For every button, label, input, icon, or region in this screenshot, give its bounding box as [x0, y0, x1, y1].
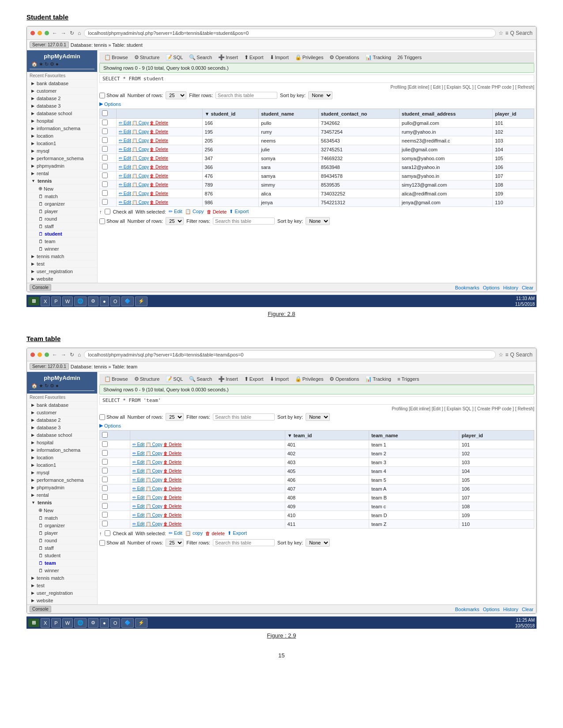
filter-input-bottom-student[interactable]: [213, 218, 275, 225]
settings-icon[interactable]: ⚙: [50, 61, 54, 67]
delete-link[interactable]: 🗑 Delete: [150, 129, 168, 134]
team-copy-link[interactable]: 📋 Copy: [146, 495, 162, 500]
toolbar-triggers[interactable]: 26 Triggers: [395, 54, 424, 61]
toolbar-structure[interactable]: ⚙Structure: [132, 53, 162, 61]
team-sidebar-winner[interactable]: 🗒winner: [27, 567, 97, 574]
sidebar-item-database3[interactable]: ▶database 3: [27, 102, 97, 110]
team-copy-link[interactable]: 📋 Copy: [146, 469, 162, 473]
sidebar-item-player[interactable]: 🗒player: [27, 208, 97, 215]
col-student-contact[interactable]: student_contact_no: [318, 109, 399, 119]
toolbar-tracking-team[interactable]: 📊Tracking: [363, 375, 393, 383]
team-col-team-id[interactable]: ▼ team_id: [285, 431, 369, 440]
taskbar-app5[interactable]: ⚡: [135, 296, 147, 306]
edit-link[interactable]: ✏ Edit: [119, 129, 131, 134]
taskbar-excel[interactable]: X: [41, 296, 50, 306]
row-checkbox[interactable]: [102, 199, 108, 205]
edit-link[interactable]: ✏ Edit: [119, 120, 131, 125]
sidebar-item-customer[interactable]: ▶customer: [27, 87, 97, 95]
toolbar-import-team[interactable]: ⬇Import: [268, 375, 291, 383]
taskbar-app2[interactable]: ●: [100, 296, 109, 306]
team-delete-link[interactable]: 🗑 Delete: [163, 469, 182, 473]
edit-link[interactable]: ✏ Edit: [119, 138, 131, 143]
team-edit-link[interactable]: ✏ Edit: [132, 469, 145, 473]
check-all-checkbox-bottom[interactable]: [105, 209, 110, 214]
edit-link[interactable]: ✏ Edit: [119, 147, 131, 152]
team-sidebar-hospital[interactable]: ▶hospital: [27, 439, 97, 447]
team-sidebar-tennis[interactable]: ▼tennis: [27, 499, 97, 507]
footer-options[interactable]: Options: [483, 285, 500, 290]
footer-options-team[interactable]: Options: [483, 607, 500, 612]
copy-link[interactable]: 📋 Copy: [132, 156, 149, 161]
toolbar-search-team[interactable]: 🔍Search: [187, 375, 214, 383]
team-sidebar-database2[interactable]: ▶database 2: [27, 417, 97, 424]
team-sidebar-rental[interactable]: ▶rental: [27, 492, 97, 499]
toolbar-triggers-team[interactable]: ≡ Triggers: [395, 375, 421, 383]
row-checkbox[interactable]: [102, 173, 108, 178]
taskbar-app1[interactable]: ⚙: [88, 296, 98, 306]
team-row-checkbox[interactable]: [102, 450, 108, 456]
sidebar-item-information-schema[interactable]: ▶information_schema: [27, 125, 97, 132]
copy-link[interactable]: 📋 Copy: [132, 147, 149, 152]
check-all-team-bottom[interactable]: [105, 530, 110, 536]
bottom-edit-btn[interactable]: ✏ Edit: [169, 209, 182, 214]
browser-url-bar-team[interactable]: localhost/phpmyadmin/sql.php?server=1&db…: [84, 350, 496, 359]
team-row-checkbox[interactable]: [102, 459, 108, 465]
delete-link[interactable]: 🗑 Delete: [150, 182, 168, 187]
browser-close-btn[interactable]: [30, 31, 35, 35]
taskbar-app1-team[interactable]: ⚙: [88, 618, 98, 628]
team-sidebar-round[interactable]: 🗒round: [27, 537, 97, 544]
sidebar-item-organizer[interactable]: 🗒organizer: [27, 200, 97, 208]
team-copy-link[interactable]: 📋 Copy: [146, 513, 162, 518]
team-sidebar-tennis-match[interactable]: ▶tennis match: [27, 574, 97, 582]
browser-close-btn-team[interactable]: [30, 353, 35, 357]
sidebar-item-match[interactable]: 🗒match: [27, 193, 97, 200]
toolbar-sql-team[interactable]: 📝SQL: [163, 375, 185, 383]
team-delete-link[interactable]: 🗑 Delete: [163, 504, 182, 509]
browser-back-btn[interactable]: ←: [52, 30, 57, 36]
browser-back-btn-team[interactable]: ←: [52, 352, 57, 358]
taskbar-excel-team[interactable]: X: [41, 618, 50, 628]
team-copy-link[interactable]: 📋 Copy: [146, 477, 162, 482]
copy-link[interactable]: 📋 Copy: [132, 138, 149, 143]
edit-link[interactable]: ✏ Edit: [119, 200, 131, 205]
browser-home-btn-team[interactable]: ⌂: [78, 352, 81, 358]
row-checkbox[interactable]: [102, 164, 108, 169]
team-copy-link[interactable]: 📋 Copy: [146, 486, 162, 491]
team-edit-link[interactable]: ✏ Edit: [132, 451, 145, 456]
copy-link[interactable]: 📋 Copy: [132, 191, 149, 196]
home-icon-team[interactable]: 🏠: [31, 383, 38, 389]
sidebar-item-staff[interactable]: 🗒staff: [27, 223, 97, 230]
sidebar-item-winner[interactable]: 🗒winner: [27, 245, 97, 253]
row-checkbox[interactable]: [102, 155, 108, 161]
toolbar-privileges-team[interactable]: 🔒Privileges: [293, 375, 326, 383]
sidebar-item-mysql[interactable]: ▶mysql: [27, 147, 97, 155]
toolbar-insert-team[interactable]: ➕Insert: [216, 375, 240, 383]
toolbar-tracking[interactable]: 📊Tracking: [363, 53, 393, 61]
col-student-id[interactable]: ▼ student_id: [202, 109, 259, 119]
filter-input-student[interactable]: [215, 92, 277, 99]
bottom-delete-btn[interactable]: 🗑 Delete: [207, 209, 227, 214]
team-row-checkbox[interactable]: [102, 521, 108, 526]
toolbar-operations[interactable]: ⚙Operations: [327, 53, 361, 61]
menu-icon-team[interactable]: ≡: [505, 352, 508, 358]
bottom-delete-team-btn[interactable]: 🗑 delete: [205, 531, 225, 536]
copy-link[interactable]: 📋 Copy: [132, 120, 149, 125]
col-player-id[interactable]: player_id: [492, 109, 534, 119]
col-student-email[interactable]: student_email_address: [399, 109, 492, 119]
team-edit-link[interactable]: ✏ Edit: [132, 460, 145, 465]
edit-link[interactable]: ✏ Edit: [119, 173, 131, 178]
col-student-name[interactable]: student_name: [259, 109, 319, 119]
row-checkbox[interactable]: [102, 128, 108, 134]
taskbar-app4-team[interactable]: 🔷: [121, 618, 134, 628]
footer-clear-team[interactable]: Clear: [522, 607, 533, 612]
toolbar-browse[interactable]: 📋Browse: [102, 53, 130, 61]
team-sidebar-player[interactable]: 🗒player: [27, 529, 97, 537]
team-sidebar-performance-schema[interactable]: ▶performance_schema: [27, 477, 97, 484]
sidebar-item-phpmyadmin[interactable]: ▶phpmyadmin: [27, 162, 97, 170]
footer-bookmarks-team[interactable]: Bookmarks: [455, 607, 480, 612]
sidebar-item-website[interactable]: ▶website: [27, 275, 97, 283]
taskbar-browser[interactable]: 🌐: [74, 296, 87, 306]
toolbar-import[interactable]: ⬇Import: [268, 53, 291, 61]
team-delete-link[interactable]: 🗑 Delete: [163, 495, 182, 500]
refresh-icon-team[interactable]: ↻: [45, 383, 49, 389]
